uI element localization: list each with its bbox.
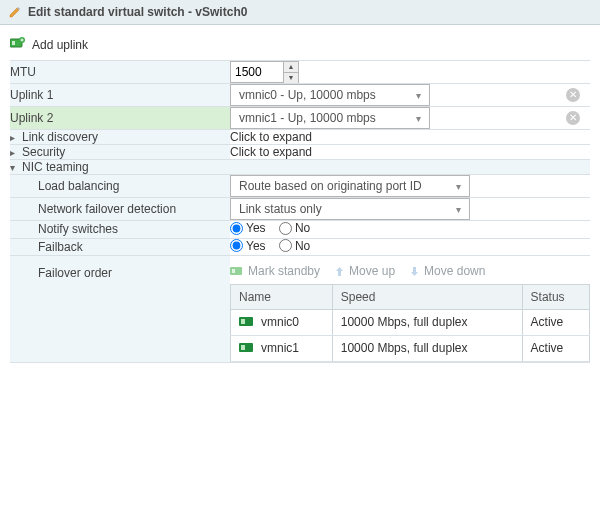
failover-detection-value: Link status only: [239, 202, 322, 216]
svg-rect-3: [230, 267, 242, 275]
uplink1-value: vmnic0 - Up, 10000 mbps: [239, 88, 376, 102]
arrow-up-icon: [334, 266, 345, 277]
failover-detection-dropdown[interactable]: Link status only ▾: [230, 198, 470, 220]
notify-yes[interactable]: Yes: [230, 221, 266, 235]
link-discovery-value[interactable]: Click to expand: [230, 130, 590, 145]
dialog-title-bar: Edit standard virtual switch - vSwitch0: [0, 0, 600, 25]
chevron-down-icon: ▾: [416, 113, 421, 124]
uplink1-dropdown[interactable]: vmnic0 - Up, 10000 mbps ▾: [230, 84, 430, 106]
chevron-down-icon: ▾: [456, 204, 461, 215]
svg-rect-1: [12, 41, 15, 45]
nic-icon: [239, 316, 255, 330]
failover-detection-label: Network failover detection: [10, 198, 230, 221]
mtu-text[interactable]: [231, 62, 283, 82]
failover-order-toolbar: Mark standby Move up Move down: [230, 264, 590, 282]
svg-rect-8: [241, 345, 245, 350]
chevron-down-icon: ▾: [416, 90, 421, 101]
uplink2-value: vmnic1 - Up, 10000 mbps: [239, 111, 376, 125]
col-name[interactable]: Name: [231, 285, 333, 310]
move-up-button[interactable]: Move up: [334, 264, 395, 278]
svg-rect-4: [232, 269, 235, 273]
pencil-icon: [8, 5, 22, 19]
security-expander[interactable]: ▸Security: [10, 145, 230, 160]
dialog-title: Edit standard virtual switch - vSwitch0: [28, 5, 247, 19]
failover-order-table: Name Speed Status vmnic0: [230, 284, 590, 362]
chevron-down-icon: ▾: [456, 181, 461, 192]
load-balancing-dropdown[interactable]: Route based on originating port ID ▾: [230, 175, 470, 197]
load-balancing-value: Route based on originating port ID: [239, 179, 422, 193]
col-speed[interactable]: Speed: [332, 285, 522, 310]
mtu-input[interactable]: ▲ ▼: [230, 61, 299, 83]
uplink1-remove-button[interactable]: ✕: [566, 88, 580, 102]
load-balancing-label: Load balancing: [10, 175, 230, 198]
security-value[interactable]: Click to expand: [230, 145, 590, 160]
add-uplink-label: Add uplink: [32, 38, 88, 52]
nic-teaming-expander[interactable]: ▾NIC teaming: [10, 160, 590, 175]
col-status[interactable]: Status: [522, 285, 589, 310]
failback-radio: Yes No: [230, 241, 320, 255]
table-row[interactable]: vmnic0 10000 Mbps, full duplex Active: [231, 310, 590, 336]
notify-switches-radio: Yes No: [230, 224, 320, 238]
move-down-button[interactable]: Move down: [409, 264, 485, 278]
add-uplink-button[interactable]: Add uplink: [10, 31, 590, 60]
failback-label: Failback: [10, 238, 230, 256]
nic-add-icon: [10, 37, 26, 52]
triangle-right-icon: ▸: [10, 132, 20, 143]
svg-rect-6: [241, 319, 245, 324]
nic-icon: [239, 342, 255, 356]
triangle-down-icon: ▾: [10, 162, 20, 173]
uplink2-dropdown[interactable]: vmnic1 - Up, 10000 mbps ▾: [230, 107, 430, 129]
table-row[interactable]: vmnic1 10000 Mbps, full duplex Active: [231, 335, 590, 361]
failback-no[interactable]: No: [279, 239, 310, 253]
mtu-label: MTU: [10, 61, 230, 84]
arrow-down-icon: [409, 266, 420, 277]
uplink2-remove-button[interactable]: ✕: [566, 111, 580, 125]
nic-standby-icon: [230, 266, 244, 277]
triangle-right-icon: ▸: [10, 147, 20, 158]
uplink1-label: Uplink 1: [10, 84, 230, 107]
notify-no[interactable]: No: [279, 221, 310, 235]
mtu-step-down[interactable]: ▼: [284, 73, 298, 83]
uplink2-label: Uplink 2: [10, 107, 230, 130]
mtu-step-up[interactable]: ▲: [284, 62, 298, 73]
mark-standby-button[interactable]: Mark standby: [230, 264, 320, 278]
notify-switches-label: Notify switches: [10, 221, 230, 239]
link-discovery-expander[interactable]: ▸Link discovery: [10, 130, 230, 145]
failback-yes[interactable]: Yes: [230, 239, 266, 253]
failover-order-label: Failover order: [10, 256, 230, 363]
